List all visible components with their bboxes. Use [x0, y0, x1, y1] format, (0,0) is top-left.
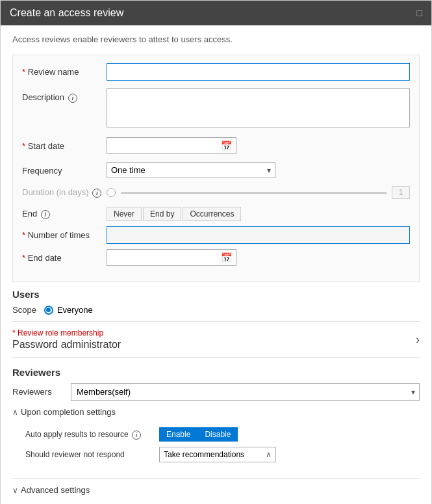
completion-toggle-label: Upon completion settings — [21, 407, 116, 417]
review-name-group: Review name Review1 — [22, 63, 410, 81]
description-label: Description i — [22, 88, 107, 103]
start-date-input[interactable]: 2019-03-01 — [107, 139, 217, 153]
advanced-toggle-label: Advanced settings — [21, 485, 90, 495]
scope-value: Everyone — [57, 305, 93, 315]
role-chevron-icon: › — [416, 333, 420, 347]
dialog-header: Create an access review □ — [1, 1, 431, 25]
role-left: Review role membership Password administ… — [12, 328, 121, 351]
reviewers-row: Reviewers Members(self) Selected users M… — [12, 383, 420, 401]
scope-label: Scope — [12, 305, 36, 315]
form-section: Review name Review1 Description i Start … — [12, 55, 420, 282]
scope-row: Scope Everyone — [12, 305, 420, 315]
description-info-icon: i — [68, 94, 77, 103]
frequency-select[interactable]: One time Weekly Monthly Quarterly Semi-a… — [107, 163, 263, 178]
reviewers-select-wrap: Members(self) Selected users Managers ▾ — [71, 383, 420, 401]
duration-radio[interactable] — [107, 188, 116, 197]
duration-row: Duration (in days) i 1 — [22, 186, 410, 199]
respond-chevron-icon: ∧ — [262, 447, 275, 462]
end-occurrences-button[interactable]: Occurrences — [183, 207, 241, 221]
frequency-label: Frequency — [22, 162, 107, 176]
duration-slider[interactable] — [121, 192, 387, 194]
reviewers-chevron-icon: ▾ — [407, 385, 419, 399]
frequency-chevron-icon: ▾ — [263, 163, 275, 178]
not-respond-item: Should reviewer not respond Take recomme… — [25, 447, 420, 462]
users-section: Users Scope Everyone Review role members… — [12, 289, 420, 358]
description-input[interactable] — [107, 88, 410, 127]
role-value: Password administrator — [12, 339, 121, 351]
num-times-input[interactable]: 0 — [107, 226, 410, 244]
advanced-toggle[interactable]: ∨ Advanced settings — [12, 478, 420, 495]
frequency-select-wrap: One time Weekly Monthly Quarterly Semi-a… — [107, 162, 275, 178]
end-date-group: End date 2019-03-20 📅 — [22, 249, 410, 266]
not-respond-label: Should reviewer not respond — [25, 450, 155, 459]
advanced-chevron-icon: ∨ — [12, 486, 18, 495]
completion-chevron-icon: ∧ — [12, 408, 18, 417]
end-info-icon: i — [41, 210, 50, 219]
users-section-title: Users — [12, 289, 420, 300]
start-date-calendar-icon[interactable]: 📅 — [217, 138, 236, 153]
auto-apply-info-icon: i — [132, 431, 141, 440]
duration-control: 1 — [107, 186, 410, 199]
description-input-wrap — [107, 88, 410, 129]
end-never-button[interactable]: Never — [107, 207, 142, 221]
respond-select[interactable]: Take recommendations No change Remove ac… — [160, 448, 262, 461]
end-date-input-wrap: 2019-03-20 📅 — [107, 249, 236, 266]
auto-apply-enable-button[interactable]: Enable — [159, 427, 197, 442]
duration-value: 1 — [392, 186, 410, 199]
reviewers-section: Reviewers Reviewers Members(self) Select… — [12, 367, 420, 495]
role-row[interactable]: Review role membership Password administ… — [12, 321, 420, 358]
maximize-icon[interactable]: □ — [417, 8, 422, 18]
auto-apply-toggle-group: Enable Disable — [159, 427, 238, 442]
subtitle: Access reviews enable reviewers to attes… — [12, 34, 420, 44]
duration-label: Duration (in days) i — [22, 187, 107, 198]
review-name-label: Review name — [22, 63, 107, 77]
auto-apply-label: Auto apply results to resource i — [25, 430, 155, 440]
reviewers-select[interactable]: Members(self) Selected users Managers — [71, 384, 407, 400]
dialog: Create an access review □ Access reviews… — [0, 0, 432, 504]
end-label: End i — [22, 209, 107, 219]
completion-content: Auto apply results to resource i Enable … — [12, 423, 420, 471]
dialog-body: Access reviews enable reviewers to attes… — [1, 25, 431, 504]
review-name-input[interactable]: Review1 — [107, 63, 410, 81]
num-times-row: Number of times 0 — [22, 226, 410, 244]
end-buttons: Never End by Occurrences — [107, 207, 241, 221]
completion-toggle[interactable]: ∧ Upon completion settings — [12, 407, 420, 417]
end-date-label: End date — [22, 249, 107, 263]
role-sublabel: Review role membership — [12, 328, 121, 338]
start-date-group: Start date 2019-03-01 📅 — [22, 137, 410, 154]
description-group: Description i — [22, 88, 410, 129]
respond-select-wrap: Take recommendations No change Remove ac… — [159, 447, 276, 462]
reviewers-label: Reviewers — [12, 387, 71, 397]
end-row: End i Never End by Occurrences — [22, 207, 410, 221]
end-endby-button[interactable]: End by — [143, 207, 181, 221]
start-date-input-wrap: 2019-03-01 📅 — [107, 137, 236, 154]
scope-radio-inner — [46, 308, 51, 312]
num-times-label: Number of times — [22, 230, 107, 240]
auto-apply-disable-button[interactable]: Disable — [197, 427, 238, 442]
reviewers-section-title: Reviewers — [12, 367, 420, 378]
start-date-label: Start date — [22, 137, 107, 151]
auto-apply-item: Auto apply results to resource i Enable … — [25, 427, 420, 442]
duration-info-icon: i — [92, 189, 101, 198]
end-date-input[interactable]: 2019-03-20 — [107, 250, 217, 265]
dialog-title: Create an access review — [10, 7, 123, 19]
review-name-input-wrap: Review1 — [107, 63, 410, 81]
scope-radio[interactable] — [44, 306, 53, 315]
frequency-group: Frequency One time Weekly Monthly Quarte… — [22, 162, 410, 178]
end-date-calendar-icon[interactable]: 📅 — [217, 250, 236, 265]
